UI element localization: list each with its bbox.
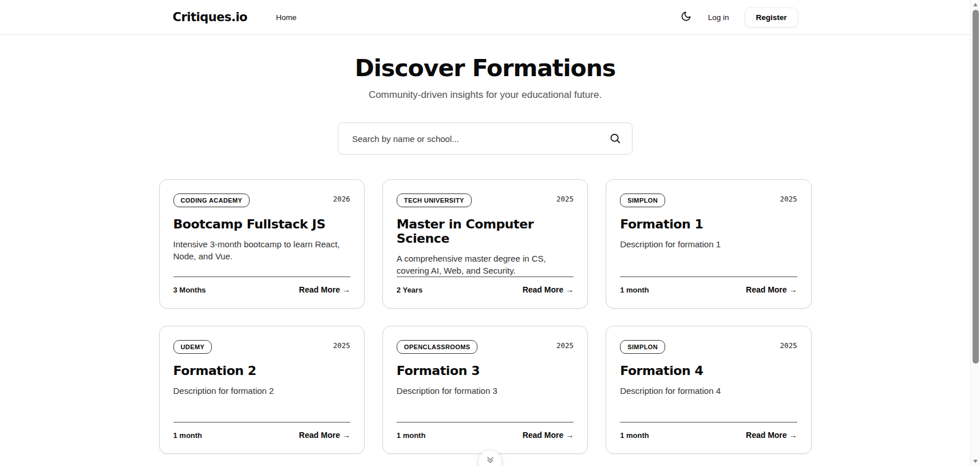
card-description: Description for formation 4 [620,385,792,397]
formation-card: TECH UNIVERSITY 2025 Master in Computer … [382,179,588,309]
formation-card: UDEMY 2025 Formation 2 Description for f… [159,326,365,454]
header-inner: Critiques.io Home Log in Register [159,0,812,34]
card-title: Formation 3 [397,364,574,378]
card-description: Description for formation 2 [173,385,345,397]
chevrons-down-icon [486,456,495,466]
card-header: CODING ACADEMY 2026 [173,193,350,207]
login-link[interactable]: Log in [708,13,729,22]
read-more-link[interactable]: Read More → [746,285,797,294]
scrollbar-down-arrow[interactable] [973,460,978,463]
scrollbar-thumb[interactable] [973,10,979,364]
card-footer: 1 month Read More → [173,422,350,440]
card-description: Description for formation 3 [397,385,568,397]
school-badge: SIMPLON [620,193,665,207]
card-footer: 3 Months Read More → [173,277,350,294]
card-header: SIMPLON 2025 [620,340,797,354]
card-title: Formation 2 [173,364,350,378]
card-header: SIMPLON 2025 [620,193,797,207]
cards-grid: CODING ACADEMY 2026 Bootcamp Fullstack J… [159,179,812,466]
card-year: 2025 [556,195,574,203]
read-more-link[interactable]: Read More → [523,285,574,294]
header-right: Log in Register [681,7,798,27]
card-title: Master in Computer Science [397,217,574,246]
search-bar [338,123,633,155]
formation-card: SIMPLON 2025 Formation 1 Description for… [606,179,811,309]
register-button[interactable]: Register [745,7,797,27]
card-year: 2026 [333,195,350,203]
card-title: Formation 4 [620,364,797,378]
search-input[interactable] [338,123,633,155]
card-duration: 2 Years [397,286,422,294]
hero-section: Discover Formations Community-driven ins… [0,54,970,101]
formation-card: OPENCLASSROOMS 2025 Formation 3 Descript… [382,326,588,454]
card-description: Intensive 3-month bootcamp to learn Reac… [173,238,345,262]
card-duration: 1 month [620,431,649,440]
school-badge: OPENCLASSROOMS [397,340,478,354]
page-subtitle: Community-driven insights for your educa… [0,89,970,101]
card-year: 2025 [780,195,797,203]
card-year: 2025 [780,341,797,350]
school-badge: UDEMY [173,340,212,354]
card-duration: 1 month [397,431,426,440]
card-title: Formation 1 [620,217,797,231]
card-duration: 3 Months [173,286,206,294]
scrollbar-track[interactable] [970,0,980,466]
card-footer: 2 Years Read More → [397,277,574,294]
card-duration: 1 month [173,431,203,440]
scrollbar-up-arrow[interactable] [973,3,978,6]
card-header: UDEMY 2025 [173,340,350,354]
read-more-link[interactable]: Read More → [299,431,350,440]
card-title: Bootcamp Fullstack JS [173,217,350,231]
card-footer: 1 month Read More → [620,277,797,294]
page: Critiques.io Home Log in Register Discov… [0,0,970,466]
read-more-link[interactable]: Read More → [299,285,350,294]
card-header: TECH UNIVERSITY 2025 [397,193,574,207]
card-duration: 1 month [620,286,649,294]
read-more-link[interactable]: Read More → [746,431,797,440]
nav-home[interactable]: Home [276,13,297,22]
moon-icon [681,11,691,24]
card-footer: 1 month Read More → [620,422,797,440]
page-title: Discover Formations [0,54,970,82]
card-year: 2025 [333,341,350,350]
theme-toggle-button[interactable] [681,11,692,23]
formation-card: SIMPLON 2025 Formation 4 Description for… [606,326,811,454]
card-description: A comprehensive master degree in CS, cov… [397,252,568,277]
school-badge: SIMPLON [620,340,665,354]
search-icon[interactable] [609,132,621,147]
header: Critiques.io Home Log in Register [0,0,970,35]
school-badge: TECH UNIVERSITY [397,193,472,207]
school-badge: CODING ACADEMY [173,193,250,207]
card-header: OPENCLASSROOMS 2025 [397,340,574,354]
brand-logo[interactable]: Critiques.io [173,10,248,24]
card-description: Description for formation 1 [620,238,792,250]
formation-card: CODING ACADEMY 2026 Bootcamp Fullstack J… [159,179,365,309]
card-year: 2025 [556,341,574,350]
read-more-link[interactable]: Read More → [523,431,574,440]
card-footer: 1 month Read More → [397,422,574,440]
